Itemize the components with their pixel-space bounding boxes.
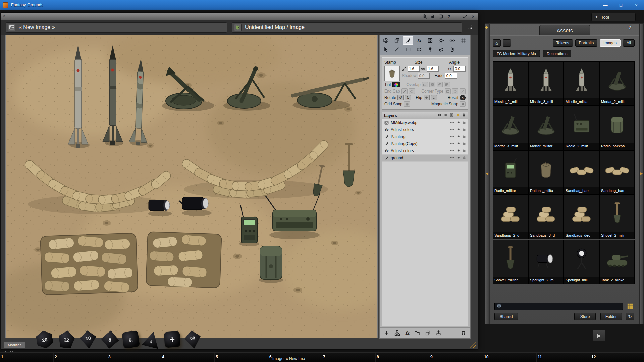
tab-all[interactable]: All [623, 39, 635, 47]
grid-tool-icon[interactable] [458, 36, 469, 45]
layers-grid-icon[interactable] [450, 113, 454, 118]
sidebar-collapse-left-handle[interactable]: ◀ [485, 23, 489, 324]
hotbar-slot-5[interactable]: 5 [215, 353, 268, 362]
die-d8[interactable]: 8 [100, 330, 120, 350]
end-cap-option-2-button[interactable] [409, 88, 415, 94]
rotate-cw-button[interactable]: ↻ [405, 95, 411, 100]
shadow-input[interactable] [418, 73, 430, 79]
layer-link-icon[interactable] [450, 127, 454, 132]
asset-tile[interactable]: Mortar_3_milit [493, 106, 528, 150]
layers-visibility-all-icon[interactable] [444, 113, 448, 118]
layer-row[interactable]: ground [382, 155, 468, 162]
asset-tile[interactable]: Missile_milita [564, 61, 599, 106]
die-d100[interactable]: 00 [182, 329, 203, 350]
asset-tile[interactable]: Sandbags_2_d [493, 195, 528, 239]
asset-tile[interactable]: Radio_2_milit [564, 106, 599, 150]
asset-tile[interactable]: Missile_2_mili [493, 61, 528, 106]
layer-lock-icon[interactable] [462, 156, 466, 161]
home-button[interactable]: ⌂ [493, 39, 501, 47]
asset-tile[interactable]: Shovel_2_mili [599, 195, 635, 239]
layer-visibility-icon[interactable] [456, 127, 460, 132]
layer-link-icon[interactable] [450, 134, 454, 139]
layer-row[interactable]: MMilitary.webp [382, 119, 468, 126]
lock-icon[interactable] [430, 14, 436, 19]
delete-layer-icon[interactable] [461, 330, 466, 336]
asset-tile[interactable]: Spotlight_mili [564, 240, 599, 284]
back-button[interactable]: ← [503, 39, 511, 47]
import-layer-icon[interactable] [414, 330, 420, 336]
hotbar-slot-11[interactable]: 11 [537, 353, 590, 362]
add-layer-icon[interactable] [384, 330, 389, 336]
export-layer-icon[interactable] [436, 330, 441, 336]
layer-visibility-icon[interactable] [456, 134, 460, 139]
layers-tool-icon[interactable] [392, 36, 402, 45]
layer-lock-icon[interactable] [462, 134, 466, 139]
tab-images[interactable]: Images [600, 39, 620, 47]
tint-color-button[interactable] [392, 82, 400, 87]
overlap-option-1-button[interactable] [422, 82, 428, 87]
layer-link-icon[interactable] [450, 148, 454, 154]
layer-lock-icon[interactable] [462, 120, 466, 125]
die-d6[interactable]: 6. [122, 330, 140, 349]
eraser-tool-icon[interactable] [436, 45, 446, 54]
mask-tool-icon[interactable] [447, 36, 458, 45]
die-plus[interactable]: + [164, 331, 180, 348]
layer-lock-icon[interactable] [462, 148, 466, 154]
flip-horizontal-button[interactable] [424, 95, 430, 100]
maximize-button[interactable]: □ [613, 0, 629, 10]
size-y-input[interactable] [427, 66, 439, 72]
modifier-stack[interactable]: Modifier [3, 341, 25, 348]
hotbar-slot-4[interactable]: 4 [161, 353, 215, 362]
view-grid-icon[interactable] [627, 303, 633, 311]
close-button[interactable]: × [629, 0, 644, 10]
die-d12[interactable]: 12 [56, 329, 76, 350]
docked-image-status[interactable]: Image: « New Ima [272, 356, 305, 361]
pointer-tool-icon[interactable] [381, 45, 391, 54]
play-button[interactable]: ▶ [593, 329, 605, 342]
breadcrumb-button[interactable]: Decorations [543, 50, 571, 57]
image-type-field[interactable]: Unidentified Map / Image [232, 22, 462, 33]
window-pin-icon[interactable]: × [3, 14, 5, 18]
shade-icon[interactable]: — [454, 14, 460, 19]
rectangle-tool-icon[interactable] [403, 45, 413, 54]
fade-input[interactable] [445, 73, 457, 79]
asset-tile[interactable]: Missile_3_mili [528, 61, 564, 106]
hotbar-slot-1[interactable]: 1 [0, 353, 54, 362]
die-d4[interactable]: 4 [141, 328, 162, 350]
group-layers-icon[interactable] [394, 330, 400, 336]
size-x-input[interactable] [408, 66, 420, 72]
corner-type-option-2-button[interactable] [452, 88, 458, 94]
corner-type-option-1-button[interactable] [445, 88, 451, 94]
image-window-titlebar[interactable]: × ? — × [1, 13, 478, 20]
layer-lock-icon[interactable] [462, 127, 466, 132]
layer-visibility-icon[interactable] [456, 156, 460, 161]
refresh-button[interactable]: ↻ [626, 313, 634, 320]
asset-tile[interactable]: Sandbags_3_d [528, 195, 564, 239]
line-tool-icon[interactable] [392, 45, 402, 54]
asset-tile[interactable]: Radio_militar [493, 150, 528, 195]
hotbar-slot-2[interactable]: 2 [54, 353, 107, 362]
reset-button[interactable]: × [460, 95, 466, 100]
hotbar-slot-12[interactable]: 12 [590, 353, 644, 362]
effects-tool-icon[interactable]: fx [414, 36, 424, 45]
asset-tile[interactable]: Sandbag_barr [599, 150, 635, 195]
overlap-option-4-button[interactable] [444, 82, 450, 87]
window-resize-grip[interactable] [470, 342, 476, 348]
layer-row[interactable]: fxAdjust colors [382, 147, 468, 155]
asset-tile[interactable]: Mortar_militar [528, 106, 564, 150]
overlap-option-2-button[interactable] [429, 82, 435, 87]
minimize-button[interactable]: — [598, 0, 613, 10]
zoom-icon[interactable] [422, 14, 428, 19]
hotbar-slot-3[interactable]: 3 [107, 353, 161, 362]
breadcrumb-button[interactable]: FG Modern Military Ma [493, 50, 540, 57]
layer-row[interactable]: fxAdjust colors [382, 126, 468, 133]
assets-help-icon[interactable]: ? [628, 25, 631, 30]
layers-lock-all-icon[interactable] [462, 113, 466, 118]
asset-tile[interactable]: Radio_backpa [599, 106, 635, 150]
hotbar-slot-9[interactable]: 9 [429, 353, 483, 362]
tool-dropdown[interactable]: ▼ Tool [591, 13, 636, 21]
asset-search-field[interactable] [494, 303, 623, 310]
asset-search-input[interactable] [503, 304, 621, 309]
duplicate-layer-icon[interactable] [425, 330, 431, 336]
layer-link-icon[interactable] [450, 120, 454, 125]
